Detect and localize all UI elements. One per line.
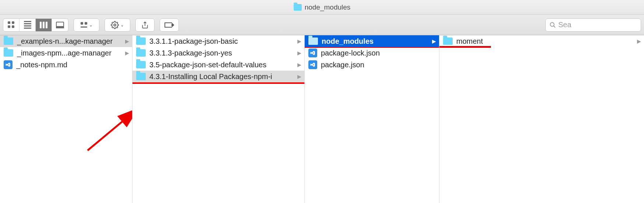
grid-icon <box>8 21 15 28</box>
folder-icon <box>136 38 146 45</box>
file-item[interactable]: package-lock.json <box>305 47 439 59</box>
svg-point-3 <box>550 22 554 26</box>
chevron-down-icon: ⌄ <box>89 22 93 28</box>
folder-item[interactable]: _examples-n...kage-manager ▶ <box>0 35 132 47</box>
annotation-arrow <box>85 107 132 155</box>
item-label: 3.3.1.1-package-json-basic <box>149 37 295 46</box>
search-input[interactable]: Sea <box>545 18 641 32</box>
vscode-file-icon <box>308 49 317 57</box>
folder-icon <box>294 4 302 11</box>
group-icon <box>81 22 88 28</box>
icon-view-button[interactable] <box>3 19 20 31</box>
item-label: 3.5-package-json-set-default-values <box>149 61 295 69</box>
item-label: package-lock.json <box>321 49 436 57</box>
item-label: _notes-npm.md <box>16 61 129 69</box>
share-button[interactable] <box>135 18 155 32</box>
chevron-right-icon: ▶ <box>295 38 301 44</box>
folder-item[interactable]: 4.3.1-Installing Local Packages-npm-i ▶ <box>132 71 304 82</box>
chevron-right-icon: ▶ <box>295 62 301 68</box>
search-icon <box>549 22 556 28</box>
folder-icon <box>308 38 318 45</box>
chevron-right-icon: ▶ <box>635 38 641 44</box>
svg-line-4 <box>553 26 555 28</box>
gallery-view-button[interactable] <box>52 19 68 31</box>
item-label: node_modules <box>322 37 430 46</box>
chevron-right-icon: ▶ <box>123 50 129 56</box>
list-icon <box>24 21 31 29</box>
chevron-right-icon: ▶ <box>123 38 129 44</box>
gallery-icon <box>56 22 64 28</box>
folder-item[interactable]: 3.3.1.1-package-json-basic ▶ <box>132 35 304 47</box>
toolbar: ⌄ ⌄ Sea <box>0 15 644 35</box>
folder-icon <box>4 49 13 57</box>
share-icon <box>141 21 149 29</box>
window-title: node_modules <box>305 3 351 11</box>
column-3[interactable]: node_modules ▶ package-lock.json package… <box>305 35 439 203</box>
folder-icon <box>136 49 146 57</box>
tags-button[interactable] <box>160 18 179 32</box>
chevron-right-icon: ▶ <box>295 50 301 56</box>
item-label: 4.3.1-Installing Local Packages-npm-i <box>149 72 295 81</box>
column-2[interactable]: 3.3.1.1-package-json-basic ▶ 3.3.1.3-pac… <box>132 35 305 203</box>
gear-icon <box>111 21 119 29</box>
column-browser: _examples-n...kage-manager ▶ _images-npm… <box>0 35 644 203</box>
titlebar: node_modules <box>0 0 644 15</box>
folder-item[interactable]: _images-npm...age-manager ▶ <box>0 47 132 59</box>
svg-point-2 <box>172 24 173 25</box>
column-4[interactable]: moment ▶ <box>439 35 644 203</box>
folder-item[interactable]: node_modules ▶ <box>305 35 439 47</box>
folder-icon <box>136 73 146 80</box>
chevron-down-icon: ⌄ <box>120 22 124 28</box>
item-label: package.json <box>321 61 436 69</box>
columns-icon <box>40 22 47 28</box>
chevron-right-icon: ▶ <box>430 38 436 44</box>
item-label: 3.3.1.3-package-json-yes <box>149 49 295 57</box>
item-label: _images-npm...age-manager <box>17 49 123 57</box>
group-by-button[interactable]: ⌄ <box>74 18 99 32</box>
folder-icon <box>4 38 13 45</box>
list-view-button[interactable] <box>20 19 36 31</box>
item-label: moment <box>456 37 635 46</box>
view-mode-group <box>3 18 68 32</box>
column-view-button[interactable] <box>36 19 52 31</box>
column-1[interactable]: _examples-n...kage-manager ▶ _images-npm… <box>0 35 132 203</box>
tag-icon <box>164 21 174 29</box>
folder-item[interactable]: 3.5-package-json-set-default-values ▶ <box>132 59 304 71</box>
vscode-file-icon <box>4 60 13 69</box>
file-item[interactable]: package.json <box>305 59 439 71</box>
folder-item[interactable]: 3.3.1.3-package-json-yes ▶ <box>132 47 304 59</box>
item-label: _examples-n...kage-manager <box>17 37 123 46</box>
action-menu-button[interactable]: ⌄ <box>105 18 130 32</box>
folder-icon <box>136 61 146 68</box>
chevron-right-icon: ▶ <box>295 74 301 79</box>
folder-icon <box>443 38 453 45</box>
vscode-file-icon <box>308 60 317 69</box>
search-placeholder: Sea <box>558 21 572 29</box>
svg-line-5 <box>88 110 132 150</box>
file-item[interactable]: _notes-npm.md <box>0 59 132 71</box>
folder-item[interactable]: moment ▶ <box>439 35 644 47</box>
svg-point-0 <box>114 24 116 26</box>
